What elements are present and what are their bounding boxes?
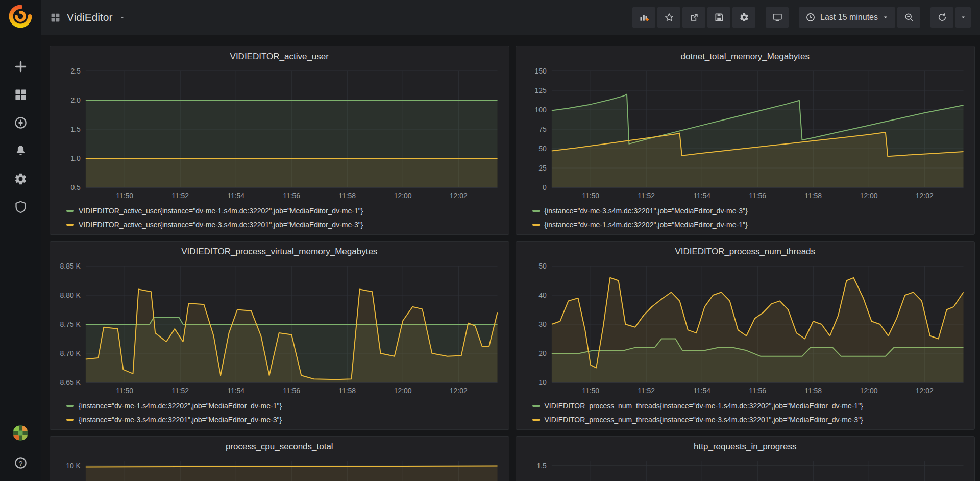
chart-canvas[interactable]: 0.51.01.52.02.511:5011:5211:5411:5611:58… <box>54 66 505 203</box>
chart-canvas[interactable]: 1.511:5011:5211:5411:5611:5812:0012:02 <box>520 456 971 481</box>
svg-text:1.5: 1.5 <box>70 125 81 133</box>
legend-series-label: {instance="dv-me-3.s4m.de:32201",job="Me… <box>545 207 748 215</box>
svg-text:1.5: 1.5 <box>536 462 547 470</box>
svg-text:12:00: 12:00 <box>394 387 412 395</box>
panel-title[interactable]: VIDIEDITOR_active_user <box>54 46 505 66</box>
time-picker-button[interactable]: Last 15 minutes <box>799 7 895 28</box>
dashboard-settings-button[interactable] <box>732 7 755 28</box>
svg-text:12:02: 12:02 <box>915 191 933 200</box>
time-picker-group: Last 15 minutes <box>799 7 920 28</box>
caret-down-icon <box>119 14 126 21</box>
add-panel-icon <box>639 12 649 22</box>
svg-text:?: ? <box>18 459 22 467</box>
legend-item[interactable]: VIDIEDITOR_process_num_threads{instance=… <box>532 399 971 413</box>
svg-text:12:02: 12:02 <box>450 191 468 200</box>
sidebar-item-user-profile[interactable] <box>0 422 41 444</box>
svg-text:50: 50 <box>538 145 547 153</box>
cycle-view-mode-button[interactable] <box>766 7 789 28</box>
legend-series-swatch <box>532 210 540 212</box>
caret-down-icon <box>960 14 966 20</box>
chart-canvas[interactable]: 10 K11:5011:5211:5411:5611:5812:0012:02 <box>54 456 505 481</box>
svg-text:125: 125 <box>534 86 547 94</box>
legend-item[interactable]: {instance="dv-me-1.s4m.de:32202",job="Me… <box>532 218 971 231</box>
panel-title[interactable]: http_requests_in_progress <box>520 437 971 456</box>
svg-text:10 K: 10 K <box>66 462 81 470</box>
dashboard-panel: VIDIEDITOR_active_user 0.51.01.52.02.511… <box>50 46 509 235</box>
panel-title[interactable]: VIDIEDITOR_process_num_threads <box>520 242 971 261</box>
save-dashboard-button[interactable] <box>707 7 730 28</box>
svg-text:150: 150 <box>534 67 547 75</box>
zoom-out-time-range-button[interactable] <box>897 7 920 28</box>
svg-text:11:56: 11:56 <box>283 191 300 200</box>
panel-title[interactable]: process_cpu_seconds_total <box>54 437 505 456</box>
svg-text:12:02: 12:02 <box>915 387 933 395</box>
svg-text:50: 50 <box>538 262 547 270</box>
svg-text:11:50: 11:50 <box>116 191 133 200</box>
share-dashboard-button[interactable] <box>682 7 705 28</box>
svg-text:11:58: 11:58 <box>804 191 822 200</box>
legend-item[interactable]: {instance="dv-me-1.s4m.de:32202",job="Me… <box>66 399 505 413</box>
legend-item[interactable]: {instance="dv-me-3.s4m.de:32201",job="Me… <box>66 413 505 426</box>
dashboard-panel: http_requests_in_progress 1.511:5011:521… <box>516 436 975 481</box>
refresh-group <box>930 7 971 28</box>
monitor-icon <box>772 12 782 22</box>
legend-series-swatch <box>66 224 74 226</box>
legend-item[interactable]: VIDIEDITOR_active_user{instance="dv-me-1… <box>66 204 505 218</box>
legend-item[interactable]: {instance="dv-me-3.s4m.de:32201",job="Me… <box>532 204 971 218</box>
svg-text:20: 20 <box>538 349 547 357</box>
chart-canvas[interactable]: 102030405011:5011:5211:5411:5611:5812:00… <box>520 261 971 398</box>
sidebar-item-help[interactable]: ? <box>0 451 41 474</box>
svg-text:11:52: 11:52 <box>638 191 655 200</box>
svg-text:0.5: 0.5 <box>70 183 81 191</box>
svg-text:11:58: 11:58 <box>338 387 356 395</box>
chart-canvas[interactable]: 025507510012515011:5011:5211:5411:5611:5… <box>520 66 971 203</box>
svg-text:8.65 K: 8.65 K <box>60 378 81 387</box>
search-minus-icon <box>904 12 914 22</box>
sidebar-item-dashboards[interactable] <box>0 83 41 106</box>
save-icon <box>714 12 724 22</box>
legend-series-label: VIDIEDITOR_active_user{instance="dv-me-1… <box>79 207 363 215</box>
panel-legend: VIDIEDITOR_active_user{instance="dv-me-1… <box>54 203 505 231</box>
panel-title[interactable]: VIDIEDITOR_process_virtual_memory_Megaby… <box>54 242 505 261</box>
svg-text:11:50: 11:50 <box>582 191 599 200</box>
panel-grid: VIDIEDITOR_active_user 0.51.01.52.02.511… <box>50 46 975 481</box>
grafana-logo <box>9 5 32 30</box>
panel-legend: {instance="dv-me-1.s4m.de:32202",job="Me… <box>54 398 505 426</box>
clock-icon <box>805 12 816 22</box>
dashboard-panel: dotnet_total_memory_Megabytes 0255075100… <box>516 46 975 235</box>
svg-text:8.75 K: 8.75 K <box>60 320 81 328</box>
dashboard-action-buttons <box>632 7 755 28</box>
add-panel-button[interactable] <box>632 7 655 28</box>
sidebar-item-configuration[interactable] <box>0 167 41 190</box>
dashboard-title-button[interactable]: VidiEditor <box>50 11 126 23</box>
svg-text:11:54: 11:54 <box>227 387 244 395</box>
panel-legend: VIDIEDITOR_process_num_threads{instance=… <box>520 398 971 426</box>
dashboard-scroll-area[interactable]: VIDIEDITOR_active_user 0.51.01.52.02.511… <box>41 35 980 481</box>
svg-text:11:54: 11:54 <box>227 191 244 200</box>
legend-item[interactable]: VIDIEDITOR_active_user{instance="dv-me-3… <box>66 218 505 231</box>
grafana-logo-button[interactable] <box>0 0 41 35</box>
legend-series-label: VIDIEDITOR_process_num_threads{instance=… <box>545 416 863 424</box>
plus-icon <box>14 60 28 74</box>
sidebar-item-explore[interactable] <box>0 111 41 134</box>
grafana-dashboard-page: { "navbar": { "dashboard_icon": "apps-ic… <box>0 0 980 481</box>
svg-text:11:52: 11:52 <box>638 387 655 395</box>
svg-text:12:00: 12:00 <box>860 191 877 200</box>
mark-as-favorite-button[interactable] <box>657 7 680 28</box>
legend-series-swatch <box>532 419 540 421</box>
legend-item[interactable]: VIDIEDITOR_process_num_threads{instance=… <box>532 413 971 426</box>
refresh-interval-dropdown[interactable] <box>955 7 971 28</box>
refresh-dashboard-button[interactable] <box>930 7 953 28</box>
star-icon <box>664 12 674 22</box>
panel-title[interactable]: dotnet_total_memory_Megabytes <box>520 46 971 66</box>
svg-text:40: 40 <box>538 291 547 299</box>
panel-legend: {instance="dv-me-3.s4m.de:32201",job="Me… <box>520 203 971 231</box>
sidebar-item-create[interactable] <box>0 55 41 78</box>
svg-text:30: 30 <box>538 320 547 328</box>
svg-text:11:56: 11:56 <box>749 387 766 395</box>
chart-canvas[interactable]: 8.65 K8.70 K8.75 K8.80 K8.85 K11:5011:52… <box>54 261 505 398</box>
sidebar-item-server-admin[interactable] <box>0 196 41 218</box>
dashboard-panel: VIDIEDITOR_process_num_threads 102030405… <box>516 241 975 430</box>
sidebar: ? <box>0 0 41 481</box>
sidebar-item-alerting[interactable] <box>0 139 41 162</box>
